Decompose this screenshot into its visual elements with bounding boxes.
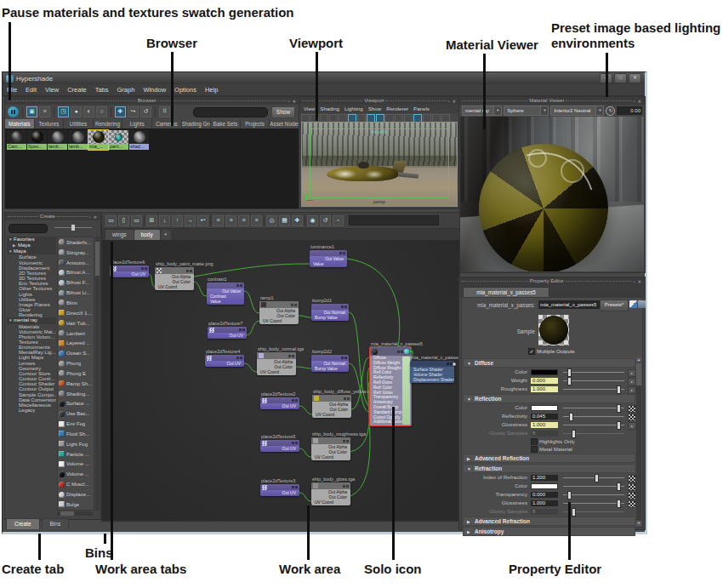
node-bump2d2[interactable]: bump2d2Out NormalBump Value <box>311 355 349 372</box>
node-port-uv-coord[interactable]: UV Coord <box>257 369 296 374</box>
menu-view[interactable]: View <box>41 84 63 95</box>
viewport-menu-show[interactable]: Show <box>366 105 384 113</box>
forward-icon[interactable]: ↪ <box>128 106 139 117</box>
node-port-out-uv[interactable]: Out UV <box>205 361 244 366</box>
work-area-tab-wings[interactable]: wings <box>105 230 134 240</box>
section-header-reflection[interactable]: ▼Reflection <box>463 394 635 403</box>
tree-item-favorites[interactable]: ▼Favorites <box>7 237 56 243</box>
tab-bake-sets[interactable]: Bake Sets <box>211 119 241 128</box>
create-search-input[interactable] <box>9 224 48 233</box>
tree-item-maya[interactable]: ▶Maya <box>7 243 56 248</box>
menu-options[interactable]: Options <box>170 84 201 95</box>
graph-tool-icon[interactable]: ▫ <box>333 215 344 226</box>
node-place2dTexture7[interactable]: place2dTexture7Out UV <box>208 327 247 339</box>
connection-wire[interactable] <box>299 316 311 317</box>
graph-tool-icon[interactable]: ▭ <box>131 215 142 226</box>
swatch-filter-input[interactable] <box>193 107 268 117</box>
filter-all-icon[interactable]: ◳ <box>58 106 69 117</box>
node-type-item[interactable]: Particle ... <box>58 449 94 460</box>
icon-size-icon[interactable]: ⠿ <box>159 106 170 117</box>
filter-textures-icon[interactable]: ◐ <box>83 106 94 117</box>
section-header-diffuse[interactable]: ▼Diffuse <box>463 358 635 368</box>
node-type-item[interactable]: Surface ... <box>58 399 94 409</box>
graph-tool-icon[interactable]: ≡ <box>213 215 224 226</box>
property-editor-scrollbar[interactable]: ▲ ▼ <box>636 357 641 526</box>
panel-float-close-icons[interactable]: ▫ ✕ <box>634 279 642 284</box>
value-field[interactable]: 0.000 <box>531 378 558 384</box>
node-type-item[interactable]: Layered ... <box>58 338 94 348</box>
material-swatch[interactable]: Cam... <box>7 130 26 150</box>
node-type-item[interactable]: Env Fog <box>58 419 94 429</box>
node-port-out-uv[interactable]: Out UV <box>208 333 247 338</box>
create-list-scrollbar[interactable] <box>95 237 100 511</box>
node-type-item[interactable]: Stingray... <box>58 248 94 258</box>
graph-tool-icon[interactable]: ↑ <box>172 215 183 226</box>
material-swatch[interactable]: mia_... <box>88 130 108 150</box>
multiple-outputs-checkbox[interactable]: ✓ <box>528 348 535 355</box>
color-swatch[interactable] <box>531 483 558 489</box>
node-type-item[interactable]: Bulge <box>58 500 94 510</box>
connection-wire[interactable] <box>299 493 311 501</box>
node-type-item[interactable]: Shaderfx... <box>58 237 94 248</box>
slider-handle[interactable] <box>617 385 621 394</box>
menu-create[interactable]: Create <box>63 84 91 95</box>
tree-item-mental-ray[interactable]: ▼mental ray <box>7 317 56 323</box>
connection-wire[interactable] <box>349 363 369 412</box>
panel-float-close-icons[interactable]: ▫ ✕ <box>89 214 98 220</box>
viewport-menu-renderer[interactable]: Renderer <box>384 105 411 113</box>
connection-wire[interactable] <box>299 448 311 457</box>
connection-wire[interactable] <box>350 368 369 452</box>
node-type-item[interactable]: Blinn <box>58 298 94 308</box>
section-header-refraction[interactable]: ▼Refraction <box>463 464 635 473</box>
node-port-uv-coord[interactable]: UV Coord <box>312 412 351 417</box>
graph-tool-icon[interactable]: → <box>185 215 196 226</box>
node-type-item[interactable]: Bifrost A... <box>58 268 94 278</box>
material-swatch[interactable]: Spec... <box>27 130 47 150</box>
refresh-swatches-icon[interactable]: ↺ <box>140 106 151 117</box>
node-type-item[interactable]: Phong E <box>58 368 94 379</box>
refresh-render-icon[interactable]: ↻ <box>606 106 615 116</box>
connection-wire[interactable] <box>194 282 207 296</box>
node-port-uv-coord[interactable]: UV Coord <box>155 284 194 289</box>
filter-materials-icon[interactable]: ● <box>71 106 82 117</box>
show-in-attribute-editor-icon[interactable] <box>629 300 637 308</box>
node-port-uv-coord[interactable]: UV Coord <box>311 500 350 505</box>
node-port-out-uv[interactable]: Out UV <box>260 403 299 408</box>
tab-textures[interactable]: Textures <box>35 119 65 128</box>
window-titlebar[interactable]: Hypershade –□✕ <box>3 72 645 84</box>
node-ship_body_gloss.tga[interactable]: ship_body_gloss.tgaOut AlphaOut ColorUV … <box>311 482 350 505</box>
value-field[interactable]: 8 <box>531 431 558 437</box>
node-luminance1[interactable]: luminance1Out ValueValue <box>310 250 347 267</box>
work-area-tab-body[interactable]: body <box>134 230 160 240</box>
node-type-item[interactable]: DirectX 1... <box>58 308 94 318</box>
material-swatch[interactable]: shad... <box>129 130 149 150</box>
graph-tool-icon[interactable]: ≡ <box>225 215 236 226</box>
node-place2dTexture4[interactable]: place2dTexture4Out UV <box>205 355 244 367</box>
graph-tool-icon[interactable]: ≡ <box>251 215 262 226</box>
swatch-size-slider[interactable] <box>54 227 92 228</box>
connection-wire[interactable] <box>299 406 312 414</box>
panel-float-close-icons[interactable]: ▫ ✕ <box>288 99 297 104</box>
graph-tool-icon[interactable]: ▯ <box>118 215 129 226</box>
tab-asset-nodes[interactable]: Asset Nodes <box>270 119 299 128</box>
color-swatch[interactable] <box>531 369 558 375</box>
menu-file[interactable]: File <box>3 84 21 95</box>
node-contrast1[interactable]: contrast1Out ValueContrastValue <box>207 283 244 305</box>
material-swatch[interactable]: lamb... <box>68 130 88 150</box>
tab-utilities[interactable]: Utilities <box>64 119 94 128</box>
tab-lights[interactable]: Lights <box>122 119 152 128</box>
connection-wire[interactable] <box>149 274 155 287</box>
node-output-dot[interactable] <box>453 363 456 366</box>
node-mia_material_x_passes5SG[interactable]: mia_material_x_passes5SGSurface ShaderVo… <box>410 361 454 383</box>
viewport-menu-panels[interactable]: Panels <box>411 105 432 113</box>
material-swatch[interactable]: parti... <box>109 130 128 150</box>
tab-projects[interactable]: Projects <box>241 119 270 128</box>
value-field[interactable]: 8 <box>531 509 558 515</box>
node-type-item[interactable]: Anisotro... <box>58 258 94 268</box>
minimize-button[interactable]: – <box>600 73 612 83</box>
node-ship_body_diffuse_yellow.tga[interactable]: ship_body_diffuse_yellow.tgaOut AlphaOut… <box>312 395 351 418</box>
node-port-uv-coord[interactable]: UV Coord <box>311 454 350 460</box>
node-port-out-uv[interactable]: Out UV <box>260 490 299 495</box>
value-field[interactable]: 1.000 <box>531 386 558 392</box>
node-port-bump-value[interactable]: Bump Value <box>311 366 349 371</box>
